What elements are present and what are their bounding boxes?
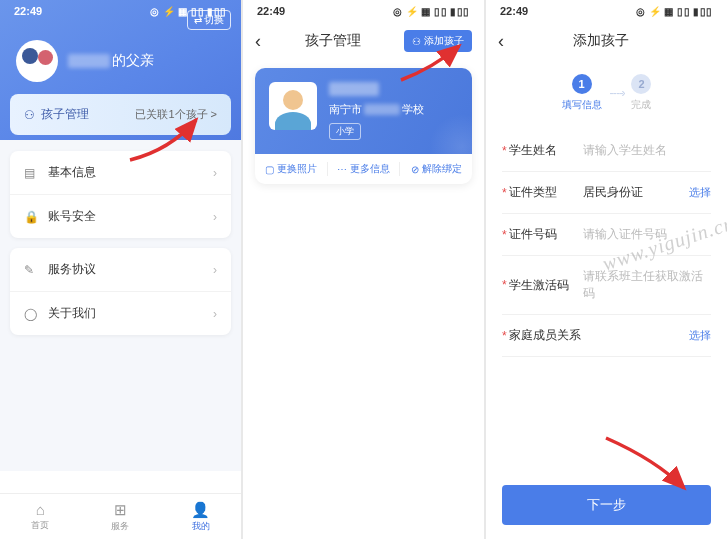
screen-add-child: 22:49 ◎ ⚡ ▦ ▯▯ ▮▯▯ ‹ 添加孩子 1 填写信息 - - - -… xyxy=(486,0,727,539)
menu-group-about: ✎ 服务协议 › ◯ 关于我们 › xyxy=(10,248,231,335)
menu-label: 关于我们 xyxy=(48,305,205,322)
child-avatar[interactable] xyxy=(269,82,317,130)
form-label: 家庭成员关系 xyxy=(509,327,583,344)
status-icons: ◎ ⚡ ▦ ▯▯ ▮▯▯ xyxy=(393,6,470,17)
stepper: 1 填写信息 - - - -› 2 完成 xyxy=(486,60,727,130)
form-label: 学生姓名 xyxy=(509,142,583,159)
form-placeholder: 请联系班主任获取激活码 xyxy=(583,268,711,302)
chevron-right-icon: › xyxy=(213,166,217,180)
tab-mine[interactable]: 👤 我的 xyxy=(161,494,241,539)
chevron-right-icon: › xyxy=(213,263,217,277)
home-icon: ⌂ xyxy=(36,501,45,518)
status-bar: 22:49 ◎ ⚡ ▦ ▯▯ ▮▯▯ xyxy=(486,0,727,22)
tab-bar: ⌂ 首页 ⊞ 服务 👤 我的 xyxy=(0,493,241,539)
step-label: 填写信息 xyxy=(562,98,602,112)
tab-home[interactable]: ⌂ 首页 xyxy=(0,494,80,539)
grid-icon: ⊞ xyxy=(114,501,127,519)
row-student-name[interactable]: * 学生姓名 请输入学生姓名 xyxy=(502,130,711,172)
chevron-right-icon: › xyxy=(213,210,217,224)
child-management-card[interactable]: ⚇ 孩子管理 已关联1个孩子 > xyxy=(10,94,231,135)
child-icon: ⚇ xyxy=(24,108,35,122)
child-name-redacted xyxy=(329,82,379,96)
user-icon: 👤 xyxy=(191,501,210,519)
status-time: 22:49 xyxy=(500,5,528,17)
arrow-icon: - - - -› xyxy=(610,86,624,100)
tab-label: 服务 xyxy=(111,520,129,533)
menu-about-us[interactable]: ◯ 关于我们 › xyxy=(10,292,231,335)
tab-label: 我的 xyxy=(192,520,210,533)
action-unbind[interactable]: ⊘ 解除绑定 xyxy=(400,162,472,176)
action-label: 更多信息 xyxy=(350,162,390,176)
step-complete: 2 完成 xyxy=(631,74,651,112)
row-id-number[interactable]: * 证件号码 请输入证件号码 xyxy=(502,214,711,256)
select-button[interactable]: 选择 xyxy=(689,328,711,343)
doc-icon: ✎ xyxy=(24,263,40,277)
profile-name: 的父亲 xyxy=(68,52,154,70)
grade-badge: 小学 xyxy=(329,123,361,140)
child-school: 南宁市学校 xyxy=(329,102,458,117)
status-icons: ◎ ⚡ ▦ ▯▯ ▮▯▯ xyxy=(636,6,713,17)
tab-services[interactable]: ⊞ 服务 xyxy=(80,494,160,539)
menu-group-account: ▤ 基本信息 › 🔒 账号安全 › xyxy=(10,151,231,238)
form-label: 证件号码 xyxy=(509,226,583,243)
screen-child-management: 22:49 ◎ ⚡ ▦ ▯▯ ▮▯▯ ‹ 孩子管理 ⚇ 添加孩子 南宁市学校 小… xyxy=(243,0,484,539)
child-card: 南宁市学校 小学 ▢ 更换照片 ⋯ 更多信息 ⊘ 解除绑定 xyxy=(255,68,472,184)
person-icon: ⚇ xyxy=(412,36,421,47)
child-mgmt-label: 孩子管理 xyxy=(41,106,89,123)
status-icons: ◎ ⚡ ▦ ▯▯ ▮▯▯ xyxy=(150,6,227,17)
row-family-relation[interactable]: * 家庭成员关系 选择 xyxy=(502,315,711,357)
add-child-form: * 学生姓名 请输入学生姓名 * 证件类型 居民身份证 选择 * 证件号码 请输… xyxy=(486,130,727,357)
menu-service-agreement[interactable]: ✎ 服务协议 › xyxy=(10,248,231,292)
menu-basic-info[interactable]: ▤ 基本信息 › xyxy=(10,151,231,195)
help-icon: ◯ xyxy=(24,307,40,321)
row-id-type[interactable]: * 证件类型 居民身份证 选择 xyxy=(502,172,711,214)
back-button[interactable]: ‹ xyxy=(498,31,504,52)
row-activation-code[interactable]: * 学生激活码 请联系班主任获取激活码 xyxy=(502,256,711,315)
step-label: 完成 xyxy=(631,98,651,112)
menu-account-security[interactable]: 🔒 账号安全 › xyxy=(10,195,231,238)
camera-icon: ▢ xyxy=(265,164,274,175)
select-button[interactable]: 选择 xyxy=(689,185,711,200)
nav-bar: ‹ 添加孩子 xyxy=(486,22,727,60)
menu-label: 账号安全 xyxy=(48,208,205,225)
next-label: 下一步 xyxy=(587,497,626,512)
child-mgmt-status: 已关联1个孩子 > xyxy=(135,107,217,122)
form-placeholder: 请输入证件号码 xyxy=(583,226,711,243)
more-icon: ⋯ xyxy=(337,164,347,175)
status-time: 22:49 xyxy=(14,5,42,17)
step-fill-info: 1 填写信息 xyxy=(562,74,602,112)
avatar[interactable] xyxy=(16,40,58,82)
status-bar: 22:49 ◎ ⚡ ▦ ▯▯ ▮▯▯ xyxy=(0,0,241,22)
form-label: 证件类型 xyxy=(509,184,583,201)
status-bar: 22:49 ◎ ⚡ ▦ ▯▯ ▮▯▯ xyxy=(243,0,484,22)
action-label: 解除绑定 xyxy=(422,162,462,176)
action-more-info[interactable]: ⋯ 更多信息 xyxy=(328,162,401,176)
tab-label: 首页 xyxy=(31,519,49,532)
back-button[interactable]: ‹ xyxy=(255,31,261,52)
page-title: 添加孩子 xyxy=(573,32,629,50)
form-value: 居民身份证 xyxy=(583,184,689,201)
page-title: 孩子管理 xyxy=(305,32,361,50)
screen-profile: 22:49 ◎ ⚡ ▦ ▯▯ ▮▯▯ ⇄ 切换 的父亲 ⚇ 孩子管理 已关联1个… xyxy=(0,0,241,539)
next-button[interactable]: 下一步 xyxy=(502,485,711,525)
form-placeholder: 请输入学生姓名 xyxy=(583,142,711,159)
menu-label: 服务协议 xyxy=(48,261,205,278)
add-child-button[interactable]: ⚇ 添加孩子 xyxy=(404,30,472,52)
add-child-label: 添加孩子 xyxy=(424,34,464,48)
status-time: 22:49 xyxy=(257,5,285,17)
form-label: 学生激活码 xyxy=(509,277,583,294)
file-icon: ▤ xyxy=(24,166,40,180)
action-label: 更换照片 xyxy=(277,162,317,176)
chevron-right-icon: › xyxy=(213,307,217,321)
action-change-photo[interactable]: ▢ 更换照片 xyxy=(255,162,328,176)
unlink-icon: ⊘ xyxy=(411,164,419,175)
menu-label: 基本信息 xyxy=(48,164,205,181)
nav-bar: ‹ 孩子管理 ⚇ 添加孩子 xyxy=(243,22,484,60)
lock-icon: 🔒 xyxy=(24,210,40,224)
